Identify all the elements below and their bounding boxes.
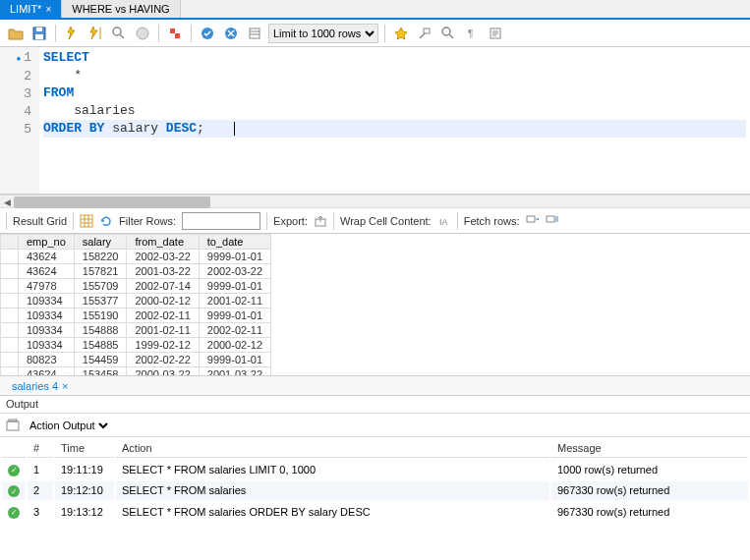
- code-area[interactable]: SELECT *FROM salariesORDER BY salary DES…: [39, 47, 750, 194]
- svg-point-4: [113, 28, 121, 35]
- separator: [333, 212, 334, 230]
- find-button[interactable]: [415, 24, 434, 43]
- output-panel-icon[interactable]: [6, 419, 20, 432]
- stop-button[interactable]: [133, 24, 152, 43]
- separator: [158, 25, 159, 42]
- svg-point-17: [442, 28, 450, 35]
- toolbar: Limit to 1000 rows ¶: [0, 20, 750, 47]
- filter-rows-input[interactable]: [182, 212, 260, 230]
- subtab-salaries[interactable]: salaries 4 ×: [4, 376, 77, 395]
- table-row[interactable]: 436241534582000-03-222001-03-22: [1, 367, 271, 377]
- scroll-thumb[interactable]: [14, 196, 210, 208]
- separator: [384, 25, 385, 42]
- filter-rows-label: Filter Rows:: [119, 215, 176, 227]
- separator: [6, 212, 7, 230]
- svg-rect-2: [35, 34, 43, 39]
- close-icon[interactable]: ×: [62, 380, 68, 392]
- table-row[interactable]: 1093341551902002-02-119999-01-01: [1, 308, 271, 323]
- separator: [191, 25, 192, 42]
- status-ok-icon: ✓: [8, 465, 20, 476]
- col-action: Action: [116, 439, 549, 458]
- close-icon[interactable]: ×: [45, 4, 51, 15]
- separator: [73, 212, 74, 230]
- sql-editor[interactable]: ●12345 SELECT *FROM salariesORDER BY sal…: [0, 47, 750, 195]
- wrap-button[interactable]: [486, 24, 505, 43]
- table-row[interactable]: 436241578212001-03-222002-03-22: [1, 264, 271, 279]
- result-toolbar: Result Grid Filter Rows: Export: Wrap Ce…: [0, 208, 750, 234]
- explain-button[interactable]: [109, 24, 129, 43]
- horizontal-scrollbar[interactable]: ◀: [0, 195, 750, 208]
- table-row[interactable]: 808231544592002-02-229999-01-01: [1, 353, 271, 367]
- output-header: Output: [0, 396, 750, 414]
- rollback-button[interactable]: [221, 24, 241, 43]
- result-grid[interactable]: emp_nosalaryfrom_dateto_date436241582202…: [0, 234, 750, 376]
- limit-rows-select[interactable]: Limit to 1000 rows: [268, 24, 378, 43]
- tab-label: LIMIT*: [10, 3, 41, 15]
- svg-rect-31: [9, 420, 17, 421]
- table-row[interactable]: 1093341553772000-02-122001-02-11: [1, 294, 271, 308]
- svg-rect-7: [170, 28, 175, 33]
- fetch-rows-label: Fetch rows:: [464, 215, 520, 227]
- separator: [266, 212, 267, 230]
- refresh-icon[interactable]: [99, 214, 113, 228]
- output-row[interactable]: ✓ 1 19:11:19 SELECT * FROM salaries LIMI…: [2, 460, 748, 479]
- col-header[interactable]: emp_no: [19, 235, 75, 250]
- col-header[interactable]: to_date: [199, 235, 270, 250]
- output-type-select[interactable]: Action Output: [26, 419, 111, 432]
- export-label: Export:: [273, 215, 308, 227]
- search-button[interactable]: [438, 24, 458, 43]
- toggle-limit-button[interactable]: [245, 24, 264, 43]
- svg-line-18: [449, 34, 453, 38]
- svg-rect-8: [175, 33, 180, 38]
- beautify-button[interactable]: [391, 24, 411, 43]
- subtab-label: salaries 4: [12, 380, 58, 392]
- open-button[interactable]: [6, 24, 26, 43]
- svg-text:IA: IA: [439, 217, 448, 227]
- svg-rect-29: [547, 216, 554, 222]
- fetch-all-icon[interactable]: [546, 215, 559, 227]
- result-subtabs: salaries 4 ×: [0, 376, 750, 396]
- toggle-autocommit-button[interactable]: [165, 24, 185, 43]
- output-toolbar: Action Output: [0, 414, 750, 437]
- fetch-next-icon[interactable]: [526, 215, 540, 227]
- execute-current-button[interactable]: [86, 24, 105, 43]
- svg-point-6: [137, 28, 148, 39]
- svg-rect-13: [250, 28, 260, 38]
- table-row[interactable]: 1093341548851999-02-122000-02-12: [1, 338, 271, 353]
- table-row[interactable]: 1093341548882001-02-112002-02-11: [1, 323, 271, 338]
- svg-rect-28: [527, 216, 535, 222]
- svg-rect-16: [424, 28, 430, 33]
- svg-rect-1: [36, 28, 42, 31]
- wrap-cell-icon[interactable]: IA: [437, 214, 451, 228]
- status-ok-icon: ✓: [8, 507, 20, 519]
- editor-tabs: LIMIT* × WHERE vs HAVING: [0, 0, 750, 20]
- status-ok-icon: ✓: [8, 485, 20, 497]
- output-table: # Time Action Message ✓ 1 19:11:19 SELEC…: [0, 437, 750, 524]
- output-row[interactable]: ✓ 2 19:12:10 SELECT * FROM salaries 9673…: [2, 481, 748, 501]
- wrap-cell-label: Wrap Cell Content:: [340, 215, 432, 227]
- commit-button[interactable]: [198, 24, 217, 43]
- svg-line-5: [120, 34, 124, 38]
- table-row[interactable]: 479781557092002-07-149999-01-01: [1, 279, 271, 294]
- scroll-left-icon[interactable]: ◀: [0, 196, 14, 209]
- col-header[interactable]: salary: [74, 235, 127, 250]
- col-message: Message: [551, 439, 748, 458]
- tab-limit[interactable]: LIMIT* ×: [0, 0, 62, 18]
- save-button[interactable]: [29, 24, 49, 43]
- svg-rect-21: [81, 215, 92, 227]
- execute-button[interactable]: [62, 24, 82, 43]
- output-row[interactable]: ✓ 3 19:13:12 SELECT * FROM salaries ORDE…: [2, 502, 748, 522]
- tab-where-having[interactable]: WHERE vs HAVING: [62, 0, 180, 18]
- tab-label: WHERE vs HAVING: [72, 3, 169, 15]
- separator: [457, 212, 458, 230]
- table-row[interactable]: 436241582202002-03-229999-01-01: [1, 250, 271, 264]
- export-icon[interactable]: [314, 214, 327, 228]
- svg-rect-30: [7, 421, 19, 430]
- col-num: #: [28, 439, 53, 458]
- separator: [55, 25, 56, 42]
- toggle-invisible-button[interactable]: ¶: [462, 24, 482, 43]
- result-grid-label: Result Grid: [13, 215, 67, 227]
- col-header[interactable]: from_date: [127, 235, 199, 250]
- svg-text:¶: ¶: [468, 28, 473, 39]
- grid-icon[interactable]: [80, 214, 93, 228]
